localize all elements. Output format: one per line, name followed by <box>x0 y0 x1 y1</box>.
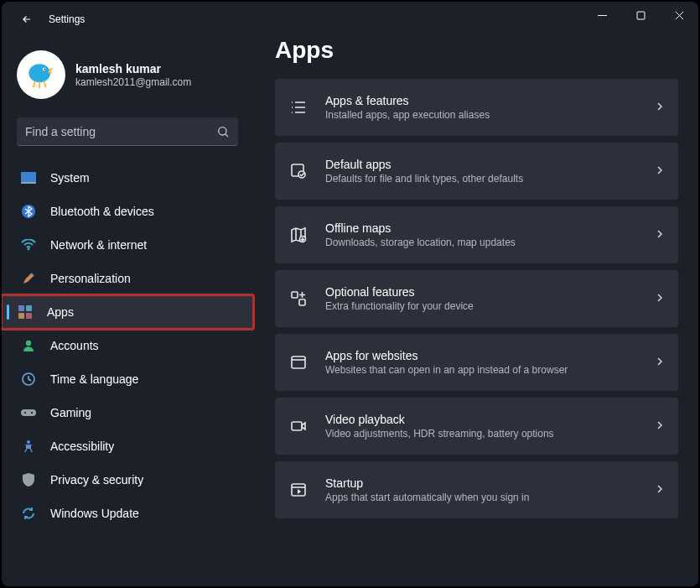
sidebar-item-label: Privacy & security <box>50 473 143 487</box>
sidebar-item-label: Accessibility <box>50 440 114 453</box>
window-title: Settings <box>49 13 85 25</box>
map-icon <box>288 225 309 245</box>
card-subtitle: Defaults for file and link types, other … <box>325 173 655 185</box>
svg-rect-0 <box>637 12 645 19</box>
profile-email: kamlesh2011@gmail.com <box>75 76 191 88</box>
sidebar-item-windows-update[interactable]: Windows Update <box>5 497 250 530</box>
add-feature-icon <box>288 289 309 309</box>
clock-icon <box>20 371 37 388</box>
svg-rect-23 <box>292 292 298 298</box>
sidebar-item-personalization[interactable]: Personalization <box>5 262 250 295</box>
search-input[interactable] <box>25 125 216 138</box>
card-video-playback[interactable]: Video playbackVideo adjustments, HDR str… <box>275 398 678 455</box>
card-title: Optional features <box>325 285 655 299</box>
card-subtitle: Downloads, storage location, map updates <box>325 237 655 248</box>
startup-icon <box>288 480 309 500</box>
card-title: Offline maps <box>325 221 655 235</box>
chevron-right-icon <box>655 227 665 242</box>
list-icon <box>288 97 309 117</box>
sidebar-item-label: Network & internet <box>50 238 147 252</box>
sidebar-item-label: Time & language <box>50 372 138 386</box>
svg-point-17 <box>24 412 26 414</box>
close-button[interactable] <box>660 2 698 29</box>
svg-rect-24 <box>299 299 305 305</box>
card-startup[interactable]: StartupApps that start automatically whe… <box>275 461 678 518</box>
card-title: Startup <box>325 476 655 490</box>
app-window-icon <box>288 352 309 372</box>
card-default-apps[interactable]: Default appsDefaults for file and link t… <box>275 143 678 200</box>
bluetooth-icon <box>20 203 37 220</box>
chevron-right-icon <box>655 164 665 179</box>
card-title: Apps for websites <box>325 349 655 362</box>
gaming-icon <box>20 404 37 421</box>
svg-rect-12 <box>18 313 24 319</box>
sidebar-item-privacy[interactable]: Privacy & security <box>5 463 250 497</box>
profile-name: kamlesh kumar <box>75 62 191 75</box>
avatar <box>17 50 65 99</box>
card-subtitle: Extra functionality for your device <box>325 300 655 312</box>
apps-icon <box>17 304 34 320</box>
sidebar-item-label: Accounts <box>50 339 99 352</box>
card-apps-features[interactable]: Apps & featuresInstalled apps, app execu… <box>275 79 678 136</box>
svg-rect-7 <box>21 182 36 184</box>
sidebar-item-bluetooth[interactable]: Bluetooth & devices <box>5 195 250 228</box>
svg-point-14 <box>26 341 31 346</box>
accessibility-icon <box>20 438 37 455</box>
svg-point-5 <box>219 127 226 134</box>
card-title: Default apps <box>325 158 655 171</box>
card-subtitle: Websites that can open in an app instead… <box>325 364 655 376</box>
chevron-right-icon <box>655 355 665 370</box>
card-apps-websites[interactable]: Apps for websitesWebsites that can open … <box>275 334 678 391</box>
card-subtitle: Video adjustments, HDR streaming, batter… <box>325 428 655 440</box>
svg-point-18 <box>31 412 33 414</box>
sidebar-item-label: Personalization <box>50 272 131 285</box>
chevron-right-icon <box>655 419 665 434</box>
sidebar-item-time-language[interactable]: Time & language <box>5 362 250 396</box>
card-optional-features[interactable]: Optional featuresExtra functionality for… <box>275 270 678 327</box>
update-icon <box>20 505 37 522</box>
video-icon <box>288 416 309 436</box>
svg-point-4 <box>44 69 45 70</box>
svg-point-19 <box>27 440 30 444</box>
minimize-button[interactable] <box>583 2 621 29</box>
page-title: Apps <box>275 37 678 64</box>
card-offline-maps[interactable]: Offline mapsDownloads, storage location,… <box>275 206 678 263</box>
sidebar-item-label: System <box>50 171 90 185</box>
sidebar-item-accounts[interactable]: Accounts <box>5 329 250 362</box>
svg-point-9 <box>28 248 30 251</box>
paintbrush-icon <box>20 270 37 287</box>
svg-rect-25 <box>292 356 305 368</box>
wifi-icon <box>20 237 37 253</box>
person-icon <box>20 337 37 354</box>
sidebar-item-apps[interactable]: Apps <box>2 295 253 329</box>
svg-rect-10 <box>18 305 24 311</box>
sidebar-item-accessibility[interactable]: Accessibility <box>5 429 250 463</box>
system-icon <box>20 169 37 186</box>
chevron-right-icon <box>655 100 665 115</box>
card-subtitle: Installed apps, app execution aliases <box>325 109 655 121</box>
svg-rect-6 <box>21 172 36 182</box>
sidebar-item-gaming[interactable]: Gaming <box>5 396 250 429</box>
card-title: Apps & features <box>325 94 655 107</box>
search-icon <box>216 125 230 138</box>
chevron-right-icon <box>655 482 665 497</box>
search-box[interactable] <box>17 117 238 146</box>
back-button[interactable] <box>12 4 42 34</box>
sidebar-item-system[interactable]: System <box>5 161 250 195</box>
maximize-button[interactable] <box>621 2 660 29</box>
profile-section[interactable]: kamlesh kumar kamlesh2011@gmail.com <box>2 47 253 111</box>
sidebar-item-label: Apps <box>47 305 74 319</box>
card-subtitle: Apps that start automatically when you s… <box>325 492 655 503</box>
svg-rect-13 <box>26 313 32 319</box>
svg-point-2 <box>29 64 50 82</box>
sidebar-item-label: Gaming <box>50 406 91 419</box>
svg-rect-26 <box>292 422 302 430</box>
chevron-right-icon <box>655 291 665 306</box>
default-apps-icon <box>288 161 309 181</box>
card-title: Video playback <box>325 413 655 426</box>
shield-icon <box>20 471 37 488</box>
sidebar-item-label: Bluetooth & devices <box>50 205 154 218</box>
sidebar-item-label: Windows Update <box>50 507 139 520</box>
svg-rect-11 <box>26 305 32 311</box>
sidebar-item-network[interactable]: Network & internet <box>5 228 250 262</box>
